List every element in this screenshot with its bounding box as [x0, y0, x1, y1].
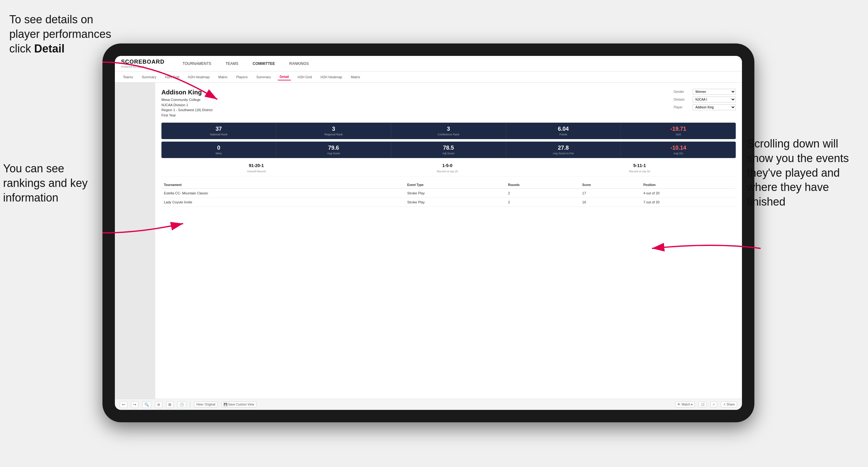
subnav-h2h-heatmap2[interactable]: H2H Heatmap — [319, 74, 344, 80]
record-item: 5-11-1Record vs top 50 — [629, 163, 650, 174]
subnav-summary[interactable]: Summary — [140, 74, 158, 80]
logo-text: SCOREBOARD — [121, 59, 164, 65]
player-region: Region 1 - Southwest (18) District — [161, 107, 212, 113]
view-original-button[interactable]: View: Original — [194, 402, 218, 407]
player-info: Addison King Mesa Community College NJCA… — [161, 89, 212, 118]
subnav-matrix2[interactable]: Matrix — [349, 74, 362, 80]
subnav-teams[interactable]: Teams — [121, 74, 135, 80]
tournament-name: Lady Coyote Invite — [161, 198, 382, 207]
tournament-rounds: 2 — [505, 198, 580, 207]
col-position: Position — [641, 181, 736, 189]
player-label: Player — [674, 105, 691, 109]
zoom-out-button[interactable]: ⊖ — [155, 401, 162, 408]
expand-icon: ⤢ — [712, 403, 715, 406]
tournament-score: 16 — [580, 198, 641, 207]
tournament-name: Estella CC- Mountain Classic — [161, 189, 382, 198]
stat-label: Wins — [164, 152, 274, 155]
stat-cell: -19.71SoS — [621, 123, 736, 139]
watch-button[interactable]: 👁 Watch ▾ — [675, 402, 695, 407]
player-name: Addison King — [161, 89, 212, 96]
annotation-topleft: To see details on player performances cl… — [9, 12, 115, 56]
sub-nav: Teams Summary H2H Grid H2H Heatmap Matri… — [115, 71, 742, 83]
clock-button[interactable]: 🕐 — [177, 401, 186, 408]
subnav-h2h-grid2[interactable]: H2H Grid — [296, 74, 314, 80]
stat-label: Points — [508, 133, 618, 136]
gender-control: Gender Women Men — [674, 89, 736, 95]
stat-cell: 37National Rank — [161, 123, 276, 139]
col-rounds: Rounds — [505, 181, 580, 189]
stats-grid-row2: 0Wins79.6Avg Score78.5Adj Score27.8Avg S… — [161, 142, 736, 158]
bottom-toolbar: ↩ ↪ 🔍 ⊖ ⊞ 🕐 View: Original 💾 — [115, 399, 742, 410]
expand-button[interactable]: ⤢ — [710, 402, 717, 407]
clock-icon: 🕐 — [180, 402, 184, 407]
screen-icon: ⬜ — [701, 403, 704, 406]
stat-cell: 3Conference Rank — [391, 123, 506, 139]
records-row: 91-20-1Overall Record1-5-0Record vs top … — [161, 160, 736, 176]
stat-value: 0 — [164, 145, 274, 151]
record-label: Record vs top 50 — [629, 170, 650, 173]
nav-committee[interactable]: COMMITTEE — [250, 60, 278, 67]
watch-chevron: ▾ — [691, 403, 692, 406]
gender-select[interactable]: Women Men — [692, 89, 736, 95]
stat-cell: 0Wins — [161, 142, 276, 158]
record-value: 91-20-1 — [247, 163, 266, 168]
save-custom-button[interactable]: 💾 Save Custom View — [221, 402, 256, 407]
division-label: Division — [674, 98, 691, 101]
stat-label: Avg SG — [623, 152, 733, 155]
tournament-score: 17 — [580, 189, 641, 198]
table-row[interactable]: Lady Coyote Invite Stroke Play 2 16 7 ou… — [161, 198, 736, 207]
player-select[interactable]: Addison King — [692, 104, 736, 110]
save-custom-label: Save Custom View — [228, 403, 254, 406]
stat-value: 79.6 — [279, 145, 389, 151]
annotation-right: Scrolling down will show you the events … — [747, 136, 859, 209]
subnav-summary2[interactable]: Summary — [254, 74, 273, 80]
nav-rankings[interactable]: RANKINGS — [287, 60, 311, 67]
stat-label: Avg Score — [279, 152, 389, 155]
subnav-detail[interactable]: Detail — [278, 73, 291, 81]
table-row[interactable]: Estella CC- Mountain Classic Stroke Play… — [161, 189, 736, 198]
record-label: Overall Record — [247, 170, 266, 173]
nav-teams[interactable]: TEAMS — [223, 60, 241, 67]
annotation-right-text: Scrolling down will show you the events … — [747, 137, 849, 208]
stat-value: 3 — [394, 126, 503, 132]
share-button[interactable]: ↗ Share — [721, 402, 737, 407]
left-sidebar — [115, 83, 155, 399]
tournament-table: Tournament Event Type Rounds Score Posit… — [161, 181, 736, 207]
stat-value: 78.5 — [394, 145, 503, 151]
annotation-bottomleft-text: You can see rankings and key information — [3, 162, 88, 204]
zoom-in-button[interactable]: 🔍 — [142, 401, 151, 408]
record-item: 1-5-0Record vs top 25 — [437, 163, 458, 174]
tournament-position: 4 out of 20 — [641, 189, 736, 198]
player-division: NJCAA Division 1 — [161, 102, 212, 108]
zoom-in-icon: 🔍 — [144, 402, 149, 407]
redo-button[interactable]: ↪ — [131, 401, 138, 408]
tablet-screen: SCOREBOARD Powered by clippd TOURNAMENTS… — [115, 56, 742, 410]
division-control: Division NJCAA I NJCAA II — [674, 97, 736, 102]
grid-button[interactable]: ⊞ — [166, 401, 174, 408]
division-select[interactable]: NJCAA I NJCAA II — [692, 97, 736, 102]
watch-icon: 👁 — [677, 403, 681, 406]
main-content: Addison King Mesa Community College NJCA… — [155, 83, 742, 399]
subnav-matrix[interactable]: Matrix — [216, 74, 229, 80]
stat-value: 3 — [279, 126, 389, 132]
gender-label: Gender — [674, 90, 691, 93]
stats-grid-row1: 37National Rank3Regional Rank3Conference… — [161, 123, 736, 139]
subnav-h2h-grid[interactable]: H2H Grid — [163, 74, 181, 80]
view-original-label: View: Original — [196, 403, 215, 406]
col-event-type: Event Type — [405, 181, 506, 189]
toolbar-divider — [190, 402, 190, 408]
tournament-event-type: Stroke Play — [405, 198, 506, 207]
screen-button[interactable]: ⬜ — [699, 402, 707, 407]
stat-cell: 27.8Avg Score to Par — [506, 142, 621, 158]
nav-tournaments[interactable]: TOURNAMENTS — [180, 60, 214, 67]
share-icon: ↗ — [723, 403, 725, 406]
zoom-out-icon: ⊖ — [157, 402, 160, 407]
stat-cell: 78.5Adj Score — [391, 142, 506, 158]
tournament-empty — [382, 189, 405, 198]
subnav-h2h-heatmap[interactable]: H2H Heatmap — [186, 74, 211, 80]
subnav-players[interactable]: Players — [235, 74, 250, 80]
stat-label: Conference Rank — [394, 133, 503, 136]
tournament-position: 7 out of 20 — [641, 198, 736, 207]
record-value: 1-5-0 — [437, 163, 458, 168]
undo-button[interactable]: ↩ — [120, 401, 127, 408]
